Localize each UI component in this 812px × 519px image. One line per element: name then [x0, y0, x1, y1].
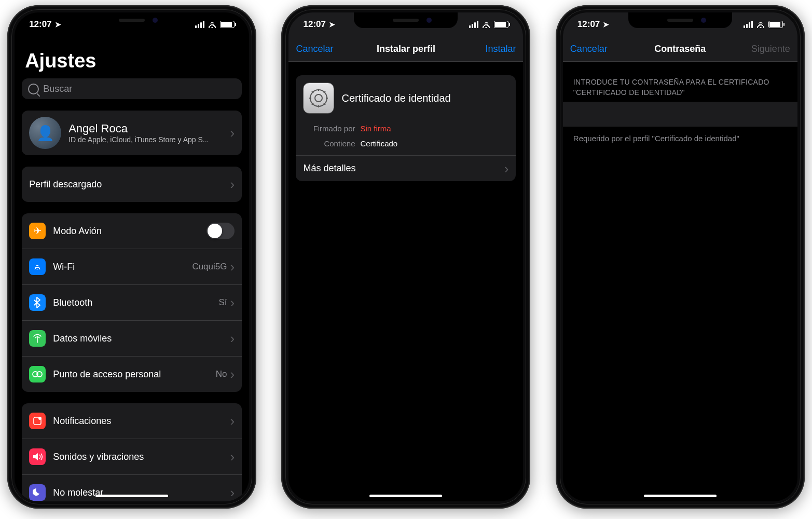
nav-bar: Cancelar Contraseña Siguiente	[563, 36, 797, 62]
password-hint: INTRODUCE TU CONTRASEÑA PARA EL CERTIFIC…	[570, 62, 790, 102]
user-name: Angel Roca	[68, 122, 230, 135]
svg-point-5	[315, 94, 322, 102]
notifications-icon	[29, 413, 46, 429]
wifi-icon	[208, 21, 217, 28]
contains-row: Contiene Certificado	[296, 136, 516, 155]
notifications-row[interactable]: Notificaciones ›	[22, 403, 242, 439]
location-icon: ➤	[55, 20, 61, 29]
apple-id-row[interactable]: 👤 Angel Roca ID de Apple, iCloud, iTunes…	[22, 111, 242, 155]
home-indicator[interactable]	[95, 495, 168, 497]
location-icon: ➤	[329, 20, 335, 29]
airplane-mode-row[interactable]: ✈ Modo Avión	[22, 213, 242, 249]
signed-by-row: Firmado por Sin firma	[296, 121, 516, 136]
notch	[628, 12, 732, 28]
phone-password: 12:07➤ Cancelar Contraseña Siguiente INT…	[556, 5, 805, 509]
speaker-icon	[29, 448, 46, 465]
sounds-row[interactable]: Sonidos y vibraciones ›	[22, 439, 242, 474]
install-button[interactable]: Instalar	[469, 44, 516, 54]
password-required-note: Requerido por el perfil "Certificado de …	[570, 127, 790, 150]
phone-settings: 12:07➤ Ajustes Buscar 👤 A	[7, 5, 256, 509]
battery-icon	[768, 21, 783, 28]
profile-name: Certificado de identidad	[341, 92, 508, 104]
cellular-signal-icon	[195, 21, 204, 28]
home-indicator[interactable]	[369, 495, 442, 497]
gear-icon	[303, 83, 334, 114]
search-input[interactable]: Buscar	[22, 78, 242, 99]
contains-value: Certificado	[360, 139, 397, 148]
wifi-row[interactable]: Wi-Fi Cuqui5G ›	[22, 249, 242, 284]
search-placeholder: Buscar	[43, 84, 72, 94]
notch	[80, 12, 184, 28]
cancel-button[interactable]: Cancelar	[570, 44, 617, 54]
bluetooth-icon	[29, 294, 46, 311]
wifi-icon	[481, 21, 491, 28]
more-details-row[interactable]: Más detalles ›	[296, 155, 516, 181]
bluetooth-row[interactable]: Bluetooth Sí ›	[22, 284, 242, 320]
dnd-row[interactable]: No molestar ›	[22, 474, 242, 501]
airplane-icon: ✈	[29, 223, 46, 239]
nav-bar: Cancelar Instalar perfil Instalar	[288, 36, 523, 62]
wifi-settings-icon	[29, 258, 46, 275]
wifi-icon	[756, 21, 765, 28]
antenna-icon	[29, 330, 46, 347]
status-time: 12:07	[29, 19, 51, 30]
page-title: Ajustes	[22, 36, 242, 78]
next-button[interactable]: Siguiente	[744, 44, 790, 54]
status-time: 12:07	[303, 19, 325, 30]
hotspot-icon	[29, 366, 46, 383]
cancel-button[interactable]: Cancelar	[296, 44, 342, 54]
password-input[interactable]	[563, 102, 797, 127]
location-icon: ➤	[603, 20, 609, 29]
svg-point-3	[38, 417, 42, 420]
notch	[354, 12, 458, 28]
battery-icon	[220, 21, 235, 28]
airplane-mode-toggle[interactable]	[207, 223, 235, 239]
phone-install-profile: 12:07➤ Cancelar Instalar perfil Instalar	[281, 5, 530, 509]
moon-icon	[29, 484, 46, 501]
user-subtitle: ID de Apple, iCloud, iTunes Store y App …	[68, 135, 230, 144]
battery-icon	[494, 21, 508, 28]
hotspot-row[interactable]: Punto de acceso personal No ›	[22, 356, 242, 392]
home-indicator[interactable]	[644, 495, 717, 497]
search-icon	[28, 84, 39, 94]
cellular-signal-icon	[469, 21, 478, 28]
nav-title: Instalar perfil	[342, 44, 469, 54]
nav-title: Contraseña	[617, 44, 744, 54]
profile-downloaded-row[interactable]: Perfil descargado ›	[22, 167, 242, 202]
avatar: 👤	[29, 117, 61, 149]
signed-by-value: Sin firma	[360, 124, 391, 133]
cellular-row[interactable]: Datos móviles ›	[22, 320, 242, 356]
status-time: 12:07	[577, 19, 600, 30]
cellular-signal-icon	[744, 21, 753, 28]
